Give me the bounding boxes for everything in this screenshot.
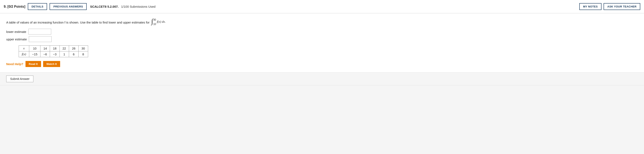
submit-section: Submit Answer <box>0 73 644 85</box>
table-header-14: 14 <box>40 46 50 51</box>
table-header-26: 26 <box>69 46 78 51</box>
submit-button[interactable]: Submit Answer <box>6 75 34 82</box>
integral-limits: 30 10 <box>153 18 156 25</box>
table-header-18: 18 <box>50 46 60 51</box>
integral-lower: 10 <box>153 22 156 26</box>
problem-description: A table of values of an increasing funct… <box>6 18 638 25</box>
read-it-button[interactable]: Read It <box>26 61 41 67</box>
main-content: A table of values of an increasing funct… <box>0 13 644 73</box>
table-val-5: 6 <box>69 51 78 57</box>
table-fx-label: f(x) <box>19 51 29 57</box>
function-table-wrap: x 10 14 18 22 26 30 f(x) −15 −6 −3 1 6 8 <box>19 45 638 57</box>
table-val-4: 1 <box>60 51 69 57</box>
function-table: x 10 14 18 22 26 30 f(x) −15 −6 −3 1 6 8 <box>19 45 88 57</box>
table-header-10: 10 <box>29 46 40 51</box>
table-val-6: 8 <box>78 51 88 57</box>
table-val-3: −3 <box>50 51 60 57</box>
question-number: 9. [0/2 Points] <box>4 5 25 9</box>
integral-upper: 30 <box>153 18 156 22</box>
integral-integrand: f(x) dx. <box>157 19 166 24</box>
table-val-2: −6 <box>40 51 50 57</box>
table-header-30: 30 <box>78 46 88 51</box>
upper-estimate-label: upper estimate <box>6 37 27 41</box>
ask-teacher-button[interactable]: ASK YOUR TEACHER <box>604 3 640 10</box>
right-buttons: MY NOTES ASK YOUR TEACHER <box>579 3 640 10</box>
details-button[interactable]: DETAILS <box>28 3 47 10</box>
table-data-row: f(x) −15 −6 −3 1 6 8 <box>19 51 88 57</box>
table-val-1: −15 <box>29 51 40 57</box>
problem-id: SCALCET8 5.2.007. <box>90 5 118 8</box>
table-x-header: x <box>19 46 29 51</box>
integral-symbol: ∫ <box>151 18 153 25</box>
table-header-row: x 10 14 18 22 26 30 <box>19 46 88 51</box>
watch-it-button[interactable]: Watch It <box>43 61 60 67</box>
previous-answers-button[interactable]: PREVIOUS ANSWERS <box>50 3 87 10</box>
my-notes-button[interactable]: MY NOTES <box>579 3 602 10</box>
need-help-section: Need Help? Read It Watch It <box>6 61 638 67</box>
top-bar: 9. [0/2 Points] DETAILS PREVIOUS ANSWERS… <box>0 0 644 13</box>
estimates-section: lower estimate upper estimate <box>6 29 638 42</box>
upper-estimate-input[interactable] <box>29 36 52 42</box>
submissions-count: 1/100 Submissions Used <box>121 5 156 8</box>
upper-estimate-line: upper estimate <box>6 36 638 42</box>
need-help-label: Need Help? <box>6 62 24 66</box>
integral-expression: ∫ 30 10 f(x) dx. <box>151 18 166 25</box>
lower-estimate-line: lower estimate <box>6 29 638 35</box>
lower-estimate-label: lower estimate <box>6 30 26 34</box>
table-header-22: 22 <box>60 46 69 51</box>
lower-estimate-input[interactable] <box>28 29 51 35</box>
